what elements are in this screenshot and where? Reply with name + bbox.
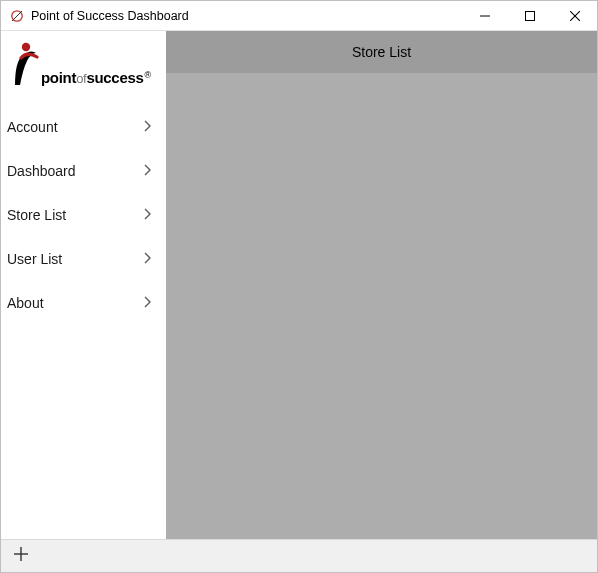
close-button[interactable] <box>552 1 597 30</box>
sidebar-item-account[interactable]: Account <box>1 105 166 149</box>
sidebar-item-label: User List <box>7 251 62 267</box>
minimize-button[interactable] <box>462 1 507 30</box>
logo: pointofsuccess® <box>1 31 166 95</box>
logo-mark-icon <box>9 41 39 87</box>
add-button[interactable] <box>1 540 41 573</box>
plus-icon <box>13 546 29 566</box>
svg-point-6 <box>22 43 30 51</box>
content-header: Store List <box>166 31 597 73</box>
bottom-toolbar <box>1 539 597 572</box>
content-area: Store List <box>166 31 597 539</box>
maximize-button[interactable] <box>507 1 552 30</box>
sidebar-item-label: Dashboard <box>7 163 76 179</box>
chevron-right-icon <box>143 207 152 224</box>
app-icon <box>9 8 25 24</box>
chevron-right-icon <box>143 295 152 312</box>
content-header-title: Store List <box>352 44 411 60</box>
chevron-right-icon <box>143 163 152 180</box>
sidebar-item-user-list[interactable]: User List <box>1 237 166 281</box>
sidebar-item-dashboard[interactable]: Dashboard <box>1 149 166 193</box>
sidebar-item-store-list[interactable]: Store List <box>1 193 166 237</box>
sidebar-nav: Account Dashboard Store List <box>1 95 166 539</box>
sidebar-item-about[interactable]: About <box>1 281 166 325</box>
window-title: Point of Success Dashboard <box>31 9 189 23</box>
sidebar-item-label: Account <box>7 119 58 135</box>
sidebar-item-label: About <box>7 295 44 311</box>
sidebar: pointofsuccess® Account Dashboard <box>1 31 166 539</box>
logo-text: pointofsuccess® <box>41 69 151 87</box>
content-body <box>166 73 597 539</box>
app-window: Point of Success Dashboard poin <box>0 0 598 573</box>
svg-rect-3 <box>525 11 534 20</box>
chevron-right-icon <box>143 251 152 268</box>
titlebar: Point of Success Dashboard <box>1 1 597 31</box>
chevron-right-icon <box>143 119 152 136</box>
sidebar-item-label: Store List <box>7 207 66 223</box>
client-area: pointofsuccess® Account Dashboard <box>1 31 597 539</box>
